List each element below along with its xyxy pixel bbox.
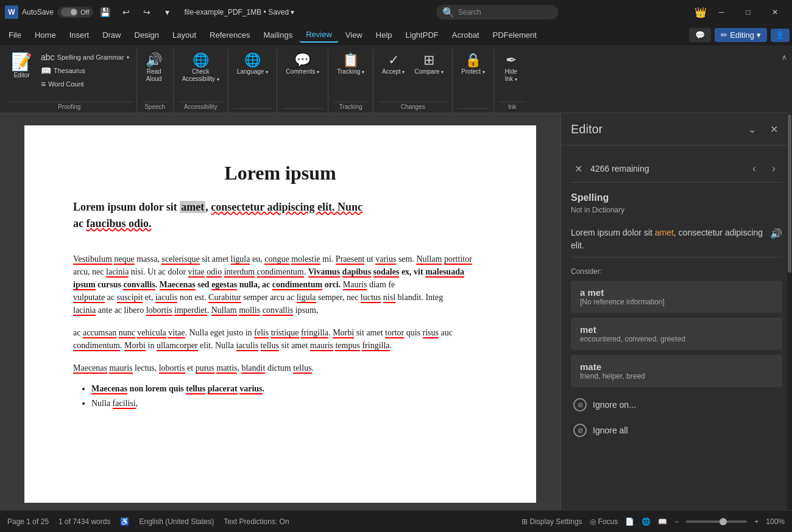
ignore-on-button[interactable]: ⊘ Ignore on... [571,392,782,418]
ribbon-group-ink: ✒ HideInk ▾ Ink [494,49,531,113]
suggestion-card-2[interactable]: mate friend, helper, breed [571,355,782,387]
close-button[interactable]: ✕ [763,4,787,21]
thesaurus-label: Thesaurus [54,67,85,74]
status-words[interactable]: 1 of 7434 words [58,517,110,526]
document-title: Lorem ipsum [73,162,487,184]
menu-mailings[interactable]: Mailings [258,28,299,42]
zoom-out-button[interactable]: − [674,517,679,526]
search-bar[interactable]: 🔍 Search [436,5,558,19]
compare-button[interactable]: ⊞ Compare ▾ [411,51,447,78]
menu-layout[interactable]: Layout [166,28,202,42]
ribbon-comments-items: 💬 Comments ▾ [282,51,323,107]
editor-icon: 📝 [11,54,32,71]
read-aloud-button[interactable]: 🔊 ReadAloud [142,51,166,85]
status-focus[interactable]: ◎ Focus [590,517,618,526]
status-page[interactable]: Page 1 of 25 [7,517,49,526]
language-button[interactable]: 🌐 Language ▾ [233,51,272,78]
suggestion-word-2: mate [580,362,773,372]
check-accessibility-button[interactable]: 🌐 CheckAccessibility ▾ [179,51,223,85]
collapse-ribbon-button[interactable]: ∧ [779,49,790,65]
spelling-title: Spelling [571,192,782,203]
word-count-button[interactable]: ≡ Word Count [38,78,132,90]
menu-draw[interactable]: Draw [96,28,127,42]
highlighted-word: amet [180,201,205,213]
editor-header-icons: ⌄ ✕ [743,121,782,138]
editor-scrollbar-thumb[interactable] [788,114,791,273]
editor-collapse-button[interactable]: ⌄ [743,121,760,138]
tracking-icon: 📋 [342,54,359,67]
editor-close-button[interactable]: ✕ [765,121,782,138]
accessibility-label: CheckAccessibility ▾ [182,68,219,83]
editor-scrollbar[interactable] [787,113,792,510]
menu-design[interactable]: Design [129,28,165,42]
share-button[interactable]: 👤 [771,29,790,42]
menu-home[interactable]: Home [29,28,62,42]
suggestion-card-1[interactable]: met encountered, convened, greeted [571,318,782,350]
menu-pdelement[interactable]: PDFelement [487,28,543,42]
status-layout-web[interactable]: 🌐 [642,517,651,526]
focus-text: Focus [598,517,618,526]
ribbon-accessibility-items: 🌐 CheckAccessibility ▾ [179,51,223,100]
accept-button[interactable]: ✓ Accept ▾ [378,51,408,78]
zoom-thumb[interactable] [720,518,727,525]
menu-references[interactable]: References [203,28,256,42]
menu-acrobat[interactable]: Acrobat [446,28,486,42]
ignore-all-button[interactable]: ⊘ Ignore all [571,418,782,443]
maximize-button[interactable]: □ [736,4,760,21]
focus-icon: ◎ [590,517,596,526]
menu-insert[interactable]: Insert [63,28,96,42]
prev-error-button[interactable]: ‹ [746,160,763,177]
zoom-in-icon: + [754,517,758,526]
read-aloud-label: ReadAloud [146,68,162,83]
autosave-toggle[interactable]: Off [57,7,93,18]
protect-button[interactable]: 🔒 Protect ▾ [458,51,488,78]
autosave-label: AutoSave [22,8,54,16]
hide-ink-icon: ✒ [506,54,517,67]
doc-paragraph-1: Lorem ipsum dolor sit amet, consectetur … [73,199,487,232]
status-layout-print[interactable]: 📄 [625,517,634,526]
hide-ink-button[interactable]: ✒ HideInk ▾ [499,51,523,85]
audio-button[interactable]: 🔊 [770,226,782,241]
editor-button[interactable]: 📝 Editor [7,51,36,82]
status-predictions[interactable]: Text Predictions: On [224,517,289,526]
spelling-dropdown-icon: ▾ [127,55,129,60]
suggestion-word-1: met [580,324,773,335]
hide-ink-label: HideInk ▾ [505,68,518,83]
zoom-level[interactable]: 100% [766,517,785,526]
redo-button[interactable]: ↪ [138,4,155,21]
zoom-level-text: 100% [766,517,785,526]
editing-icon: ✏ [721,30,727,40]
save-button[interactable]: 💾 [97,4,114,21]
menu-file[interactable]: File [2,28,27,42]
spelling-section: Spelling Not in Dictionary Lorem ipsum d… [571,192,782,443]
minimize-button[interactable]: ─ [709,4,734,21]
editor-label: Editor [13,72,29,79]
spelling-grammar-button[interactable]: abc Spelling and Grammar ▾ [38,51,132,63]
menu-lightpdf[interactable]: LightPDF [400,28,445,42]
undo-button[interactable]: ↩ [118,4,135,21]
zoom-slider[interactable] [686,520,747,523]
status-accessibility[interactable]: ♿ [120,517,129,526]
comments-button[interactable]: 💬 Comments ▾ [282,51,323,78]
suggestion-card-0[interactable]: a met [No reference information] [571,281,782,313]
spelling-icon: abc [41,52,55,62]
error-count: 4266 remaining [585,164,746,173]
zoom-in-button[interactable]: + [754,517,758,526]
tracking-button[interactable]: 📋 Tracking ▾ [333,51,368,78]
more-button[interactable]: ▾ [159,4,176,21]
comment-button[interactable]: 💬 [689,28,711,42]
error-close-button[interactable]: ✕ [571,161,585,176]
editing-button[interactable]: ✏ Editing ▾ [715,28,767,42]
menu-help[interactable]: Help [370,28,398,42]
status-layout-read[interactable]: 📖 [658,517,667,526]
thesaurus-button[interactable]: 📖 Thesaurus [38,65,132,77]
menu-view[interactable]: View [339,28,369,42]
compare-label: Compare ▾ [414,68,444,75]
bullet-item-1: Maecenas non lorem quis tellus placerat … [91,384,487,394]
menu-review[interactable]: Review [300,27,338,43]
grammar-underline-1: consectetur adipiscing elit. Nunc [211,201,362,213]
suggestion-def-0: [No reference information] [580,298,773,306]
status-language[interactable]: English (United States) [139,517,214,526]
status-display-settings[interactable]: ⊞ Display Settings [522,517,582,526]
next-error-button[interactable]: › [765,160,782,177]
